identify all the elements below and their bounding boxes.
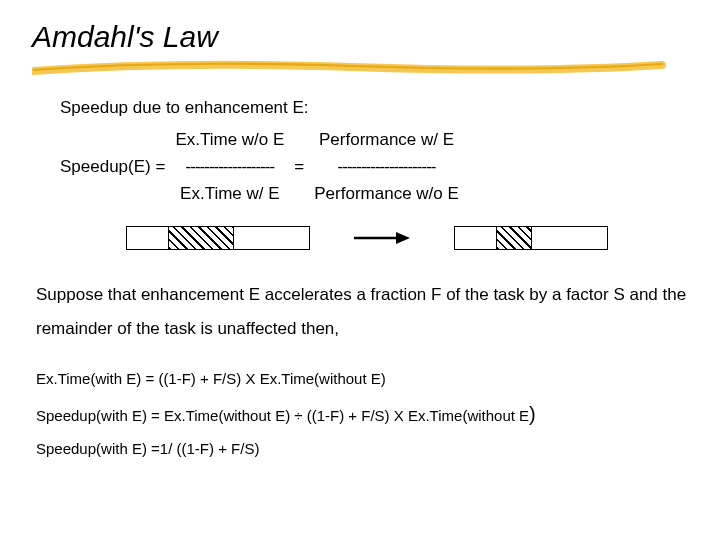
- arrow-icon: [352, 230, 412, 246]
- formula-lhs: Speedup(E) =: [60, 157, 165, 177]
- bar-after: [454, 226, 608, 250]
- equation-extime: Ex.Time(with E) = ((1-F) + F/S) X Ex.Tim…: [32, 364, 688, 394]
- slide: Amdahl's Law Speedup due to enhancement …: [0, 0, 720, 540]
- bar-after-seg1: [455, 227, 497, 249]
- bar-before: [126, 226, 310, 250]
- bar-before-seg3: [234, 227, 309, 249]
- slide-title: Amdahl's Law: [32, 20, 688, 54]
- formula-equals: =: [294, 157, 304, 177]
- bar-before-seg2-hatched: [169, 227, 234, 249]
- equation-speedup-full-paren: ): [529, 403, 536, 425]
- title-underline: [32, 56, 672, 76]
- svg-marker-1: [396, 232, 410, 244]
- fraction-time: Ex.Time w/o E ------------------- Ex.Tim…: [175, 126, 284, 208]
- equation-speedup-full: Speedup(with E) = Ex.Time(without E) ÷ (…: [32, 394, 688, 434]
- frac-perf-bot: Performance w/o E: [314, 180, 459, 207]
- diagram-row: [32, 226, 688, 250]
- frac-perf-divider: ---------------------: [338, 153, 436, 180]
- frac-time-top: Ex.Time w/o E: [175, 126, 284, 153]
- frac-time-divider: -------------------: [186, 153, 275, 180]
- frac-perf-top: Performance w/ E: [319, 126, 454, 153]
- bar-after-seg2-hatched: [497, 227, 532, 249]
- bar-before-seg1: [127, 227, 169, 249]
- explanation-paragraph: Suppose that enhancement E accelerates a…: [32, 278, 688, 346]
- equation-speedup-simplified: Speedup(with E) =1/ ((1-F) + F/S): [32, 434, 688, 464]
- subtitle: Speedup due to enhancement E:: [32, 98, 688, 118]
- frac-time-bot: Ex.Time w/ E: [180, 180, 280, 207]
- equation-speedup-full-a: Speedup(with E) = Ex.Time(without E) ÷ (…: [36, 407, 529, 424]
- bar-after-seg3: [532, 227, 607, 249]
- speedup-formula: Speedup(E) = Ex.Time w/o E -------------…: [32, 126, 688, 208]
- fraction-perf: Performance w/ E --------------------- P…: [314, 126, 459, 208]
